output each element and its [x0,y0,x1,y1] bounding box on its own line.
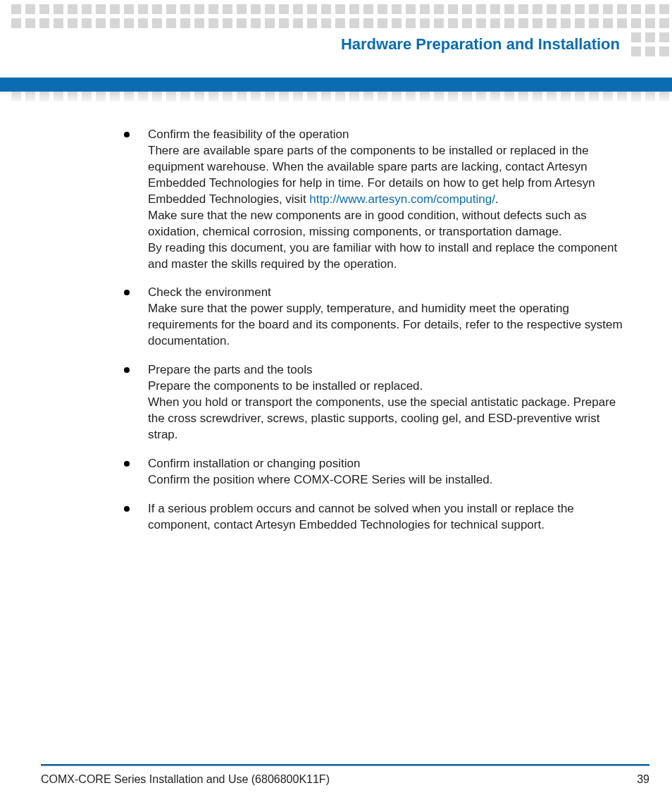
bullet-list: Confirm the feasibility of the operation… [120,127,630,534]
list-item: Confirm the feasibility of the operation… [120,127,630,272]
header-blue-bar [0,78,672,92]
list-item: Check the environment Make sure that the… [120,285,630,350]
list-item-body: Prepare the components to be installed o… [148,379,616,441]
decorative-dot-grid-fade [11,92,672,106]
footer-page-number: 39 [637,773,649,786]
list-item-lead: Prepare the parts and the tools [148,362,630,378]
page-footer: COMX-CORE Series Installation and Use (6… [41,764,649,786]
list-item-lead: Confirm the feasibility of the operation [148,127,630,143]
footer-rule [41,764,649,766]
artesyn-link[interactable]: http://www.artesyn.com/computing/ [309,192,495,206]
page-header-title: Hardware Preparation and Installation [0,31,630,58]
list-item: Confirm installation or changing positio… [120,456,630,488]
list-item-lead: Confirm installation or changing positio… [148,456,630,472]
list-item-body: Make sure that the power supply, tempera… [148,302,623,347]
list-item: If a serious problem occurs and cannot b… [120,501,630,534]
list-item: Prepare the parts and the tools Prepare … [120,362,630,443]
list-item-body: If a serious problem occurs and cannot b… [148,502,574,531]
body-content: Confirm the feasibility of the operation… [120,127,630,546]
list-item-lead: Check the environment [148,285,630,301]
list-item-body: Confirm the position where COMX-CORE Ser… [148,473,492,486]
footer-doc-title: COMX-CORE Series Installation and Use (6… [41,773,330,786]
